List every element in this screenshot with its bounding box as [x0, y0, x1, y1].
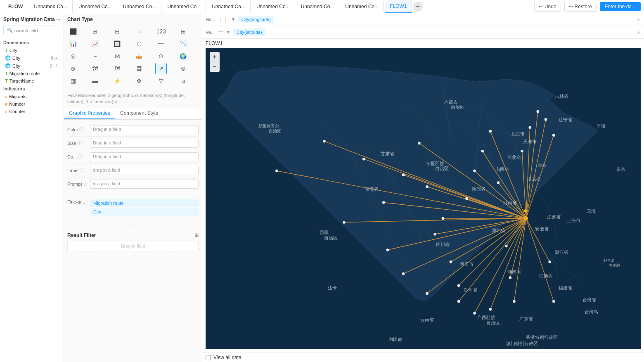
- color-drop[interactable]: Drag in a field: [90, 125, 199, 134]
- tab-unnamed-1[interactable]: Unnamed Co...: [29, 0, 73, 13]
- svg-point-63: [513, 300, 516, 303]
- chart-path-icon[interactable]: 🛤: [133, 63, 145, 74]
- chart-tree-icon[interactable]: ▦: [67, 75, 79, 87]
- chart-number-icon[interactable]: 123: [155, 26, 167, 37]
- chart-heatmap-icon[interactable]: ⊞: [178, 26, 189, 37]
- chart-flow-selected-icon[interactable]: ↗: [155, 63, 167, 74]
- chart-geo-icon[interactable]: ⊕: [67, 63, 79, 74]
- chart-gauge-icon[interactable]: ⊿: [178, 75, 189, 87]
- chart-polar-icon[interactable]: ◎: [67, 50, 79, 62]
- chart-table-icon[interactable]: ⊞: [89, 26, 101, 37]
- chart-bubble-icon[interactable]: ⊚: [178, 63, 189, 74]
- field-migrants[interactable]: # Migrants: [0, 93, 64, 100]
- field-targetname-label: TargetName: [9, 78, 34, 83]
- properties-tabs: Graphic Properties Component Style: [64, 108, 202, 120]
- tab-component-style[interactable]: Component Style: [115, 108, 163, 119]
- size-drop[interactable]: Drag in a field: [90, 139, 199, 148]
- indicators-title: Indicators: [0, 85, 64, 93]
- field-city-1[interactable]: T City: [0, 47, 64, 54]
- chart-radar-icon[interactable]: ⬡: [133, 38, 145, 50]
- field-city-2-suffix: (Lo...: [51, 56, 60, 60]
- result-filter-drop[interactable]: Drag in field: [67, 241, 199, 251]
- chart-geo2-icon[interactable]: 🗺: [89, 63, 101, 74]
- svg-point-61: [505, 245, 508, 248]
- tab-unnamed-2[interactable]: Unnamed Co...: [73, 0, 117, 13]
- v-axis-type-icon[interactable]: 〰: [218, 29, 223, 35]
- field-city-2[interactable]: 🌐 City (Lo...: [0, 54, 64, 62]
- chart-wave-icon[interactable]: 〰: [155, 38, 167, 50]
- field-number[interactable]: # Number: [0, 100, 64, 108]
- zoom-in-button[interactable]: +: [210, 52, 220, 62]
- sidebar-title: Spring Migration Data: [3, 17, 55, 22]
- tab-flow[interactable]: FLOW: [3, 0, 28, 13]
- co-drop[interactable]: Drag in a field: [90, 152, 199, 161]
- fine-gr-tag-migration[interactable]: Migration route: [90, 199, 199, 207]
- h-axis-dropdown-icon[interactable]: ▼: [231, 17, 236, 22]
- chart-globe-icon[interactable]: 🌍: [178, 50, 189, 62]
- chart-donut-icon[interactable]: ⊙: [155, 50, 167, 62]
- svg-text:澳门特别行政区: 澳门特别行政区: [506, 341, 538, 346]
- fine-gr-tag-city[interactable]: City: [90, 208, 199, 215]
- undo-button[interactable]: ↩ Undo: [534, 2, 561, 12]
- svg-point-67: [545, 118, 547, 121]
- tab-graphic-properties[interactable]: Graphic Properties: [64, 108, 115, 119]
- chart-sankey-icon[interactable]: ⚡: [111, 75, 123, 87]
- svg-point-75: [402, 272, 405, 275]
- v-axis-field-button[interactable]: City(latitude): [233, 28, 265, 36]
- chart-line-icon[interactable]: 📈: [89, 38, 101, 50]
- h-axis-expand-icon[interactable]: ⊞: [637, 17, 641, 22]
- svg-point-76: [386, 248, 389, 251]
- enter-data-button[interactable]: Enter the da...: [600, 2, 641, 11]
- chart-flow-map-icon[interactable]: 🗺: [111, 63, 123, 74]
- view-all-checkbox[interactable]: [206, 355, 211, 360]
- chart-funnel-icon[interactable]: ▽: [155, 75, 167, 87]
- result-filter-icon[interactable]: ⊞: [194, 232, 199, 238]
- chart-dual-icon[interactable]: ⋈: [111, 50, 123, 62]
- svg-text:河内: 河内: [470, 349, 479, 349]
- tab-unnamed-3[interactable]: Unnamed Co...: [118, 0, 162, 13]
- svg-point-51: [426, 185, 429, 188]
- chart-step-icon[interactable]: ⌐: [89, 50, 101, 62]
- field-city-3[interactable]: 🌐 City (Lat...: [0, 62, 64, 70]
- tab-flow1[interactable]: FLOW1: [385, 0, 412, 13]
- sidebar-menu-icon[interactable]: ···: [56, 17, 60, 22]
- add-tab-button[interactable]: +: [413, 2, 423, 12]
- result-filter-header: Result Filter ⊞: [67, 232, 199, 238]
- chart-cross-icon[interactable]: ✤: [133, 75, 145, 87]
- chart-bar-h-icon[interactable]: ▬: [89, 75, 101, 87]
- svg-text:宁夏回族: 宁夏回族: [426, 161, 444, 166]
- chart-column-icon[interactable]: 📊: [67, 38, 79, 50]
- v-axis-expand-icon[interactable]: ⊞: [637, 29, 641, 35]
- chart-area-icon[interactable]: 🔲: [111, 38, 123, 50]
- prompt-drop[interactable]: drag in a field: [90, 180, 199, 189]
- chart-pivot-icon[interactable]: ⊟: [111, 26, 123, 37]
- svg-text:香港特别行政区: 香港特别行政区: [526, 335, 558, 340]
- field-counter[interactable]: # Counter: [0, 108, 64, 115]
- chart-multi-line-icon[interactable]: 📉: [178, 38, 189, 50]
- color-row: Color ⓘ Drag in a field: [67, 123, 199, 137]
- svg-text:陕西省: 陕西省: [472, 187, 485, 192]
- h-axis-type-icon[interactable]: ⋮⋮: [218, 17, 228, 22]
- zoom-out-button[interactable]: −: [210, 62, 220, 72]
- svg-text:云南省: 云南省: [420, 317, 434, 322]
- field-targetname[interactable]: T TargetName: [0, 77, 64, 85]
- tab-unnamed-5[interactable]: Unnamed Co...: [207, 0, 251, 13]
- tab-unnamed-8[interactable]: Unnamed Co...: [340, 0, 384, 13]
- tab-actions: ↩ Undo ↪ Restore Enter the da...: [534, 2, 641, 12]
- h-axis-field-button[interactable]: City(longitude): [238, 16, 274, 23]
- field-city-3-label: City: [12, 64, 20, 69]
- tab-unnamed-6[interactable]: Unnamed Co...: [251, 0, 295, 13]
- svg-text:钓鱼岛: 钓鱼岛: [603, 258, 615, 263]
- chart-pie-icon[interactable]: 🥧: [133, 50, 145, 62]
- restore-button[interactable]: ↪ Restore: [564, 2, 597, 12]
- field-migration-route[interactable]: T Migration route: [0, 70, 64, 77]
- v-axis-dropdown-icon[interactable]: ▼: [226, 29, 231, 35]
- label-drop[interactable]: drag in a field: [90, 166, 199, 175]
- search-input[interactable]: [14, 28, 64, 33]
- chart-type-section: Chart Type ⬛ ⊞ ⊟ ⁙ 123 ⊞ 📊 📈 🔲 ⬡ 〰 📉 ◎ ⌐…: [64, 13, 202, 90]
- svg-point-62: [509, 276, 511, 279]
- tab-unnamed-7[interactable]: Unnamed Co...: [296, 0, 340, 13]
- chart-scatter-icon[interactable]: ⁙: [133, 26, 145, 37]
- tab-unnamed-4[interactable]: Unnamed Co...: [162, 0, 206, 13]
- chart-bar-icon[interactable]: ⬛: [67, 26, 79, 37]
